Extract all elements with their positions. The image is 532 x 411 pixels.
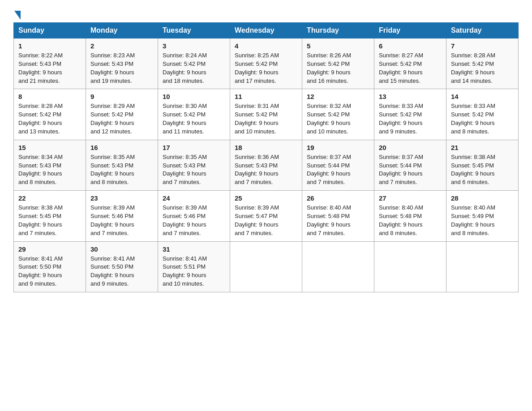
day-info: Sunrise: 8:41 AMSunset: 5:50 PMDaylight:…	[90, 255, 135, 287]
day-info: Sunrise: 8:40 AMSunset: 5:48 PMDaylight:…	[379, 204, 423, 236]
day-header-wednesday: Wednesday	[230, 23, 302, 39]
day-info: Sunrise: 8:22 AMSunset: 5:43 PMDaylight:…	[18, 52, 63, 84]
calendar-cell: 12Sunrise: 8:32 AMSunset: 5:42 PMDayligh…	[302, 89, 374, 140]
calendar-cell: 29Sunrise: 8:41 AMSunset: 5:50 PMDayligh…	[14, 241, 86, 292]
day-number: 19	[307, 144, 369, 151]
calendar-cell: 19Sunrise: 8:37 AMSunset: 5:44 PMDayligh…	[302, 140, 374, 190]
day-info: Sunrise: 8:31 AMSunset: 5:42 PMDaylight:…	[235, 103, 279, 135]
day-number: 14	[451, 93, 514, 100]
calendar-cell: 24Sunrise: 8:39 AMSunset: 5:46 PMDayligh…	[158, 191, 230, 241]
calendar-header-row: SundayMondayTuesdayWednesdayThursdayFrid…	[14, 23, 519, 39]
day-number: 26	[307, 194, 369, 202]
calendar-cell	[230, 241, 302, 292]
day-number: 11	[235, 93, 297, 100]
day-number: 31	[163, 245, 225, 253]
day-number: 23	[90, 194, 153, 202]
calendar-cell: 16Sunrise: 8:35 AMSunset: 5:43 PMDayligh…	[86, 140, 158, 190]
day-info: Sunrise: 8:37 AMSunset: 5:44 PMDaylight:…	[379, 154, 423, 186]
calendar-cell: 6Sunrise: 8:27 AMSunset: 5:42 PMDaylight…	[374, 39, 446, 89]
logo-triangle-icon	[14, 11, 21, 20]
calendar-cell: 23Sunrise: 8:39 AMSunset: 5:46 PMDayligh…	[86, 191, 158, 241]
calendar-week-row: 1Sunrise: 8:22 AMSunset: 5:43 PMDaylight…	[14, 39, 519, 89]
day-info: Sunrise: 8:26 AMSunset: 5:42 PMDaylight:…	[307, 52, 351, 84]
calendar-cell: 4Sunrise: 8:25 AMSunset: 5:42 PMDaylight…	[230, 39, 302, 89]
calendar-cell: 27Sunrise: 8:40 AMSunset: 5:48 PMDayligh…	[374, 191, 446, 241]
day-header-monday: Monday	[86, 23, 158, 39]
day-info: Sunrise: 8:41 AMSunset: 5:51 PMDaylight:…	[163, 255, 207, 287]
calendar-week-row: 29Sunrise: 8:41 AMSunset: 5:50 PMDayligh…	[14, 241, 519, 292]
day-info: Sunrise: 8:40 AMSunset: 5:49 PMDaylight:…	[451, 204, 495, 236]
day-number: 12	[307, 93, 369, 100]
calendar-cell: 22Sunrise: 8:38 AMSunset: 5:45 PMDayligh…	[14, 191, 86, 241]
calendar-cell: 28Sunrise: 8:40 AMSunset: 5:49 PMDayligh…	[446, 191, 519, 241]
header	[13, 9, 519, 18]
calendar-cell: 13Sunrise: 8:33 AMSunset: 5:42 PMDayligh…	[374, 89, 446, 140]
day-number: 8	[18, 93, 81, 100]
day-info: Sunrise: 8:38 AMSunset: 5:45 PMDaylight:…	[18, 204, 63, 236]
calendar-cell	[374, 241, 446, 292]
calendar-week-row: 22Sunrise: 8:38 AMSunset: 5:45 PMDayligh…	[14, 191, 519, 241]
day-number: 4	[235, 42, 297, 50]
calendar-cell: 20Sunrise: 8:37 AMSunset: 5:44 PMDayligh…	[374, 140, 446, 190]
day-number: 24	[163, 194, 225, 202]
day-number: 18	[235, 144, 297, 151]
day-number: 9	[90, 93, 153, 100]
day-info: Sunrise: 8:33 AMSunset: 5:42 PMDaylight:…	[451, 103, 495, 135]
day-info: Sunrise: 8:27 AMSunset: 5:42 PMDaylight:…	[379, 52, 423, 84]
day-header-tuesday: Tuesday	[158, 23, 230, 39]
day-number: 5	[307, 42, 369, 50]
day-header-sunday: Sunday	[14, 23, 86, 39]
calendar-week-row: 8Sunrise: 8:28 AMSunset: 5:42 PMDaylight…	[14, 89, 519, 140]
day-header-saturday: Saturday	[446, 23, 519, 39]
calendar-cell: 2Sunrise: 8:23 AMSunset: 5:43 PMDaylight…	[86, 39, 158, 89]
day-header-friday: Friday	[374, 23, 446, 39]
calendar-cell: 1Sunrise: 8:22 AMSunset: 5:43 PMDaylight…	[14, 39, 86, 89]
calendar-cell: 9Sunrise: 8:29 AMSunset: 5:42 PMDaylight…	[86, 89, 158, 140]
calendar-cell: 17Sunrise: 8:35 AMSunset: 5:43 PMDayligh…	[158, 140, 230, 190]
day-info: Sunrise: 8:32 AMSunset: 5:42 PMDaylight:…	[307, 103, 351, 135]
calendar-cell: 25Sunrise: 8:39 AMSunset: 5:47 PMDayligh…	[230, 191, 302, 241]
day-number: 25	[235, 194, 297, 202]
day-info: Sunrise: 8:28 AMSunset: 5:42 PMDaylight:…	[18, 103, 63, 135]
day-info: Sunrise: 8:30 AMSunset: 5:42 PMDaylight:…	[163, 103, 207, 135]
day-info: Sunrise: 8:39 AMSunset: 5:46 PMDaylight:…	[90, 204, 135, 236]
day-number: 1	[18, 42, 81, 50]
day-number: 28	[451, 194, 514, 202]
calendar-cell	[446, 241, 519, 292]
calendar-cell: 5Sunrise: 8:26 AMSunset: 5:42 PMDaylight…	[302, 39, 374, 89]
day-number: 30	[90, 245, 153, 253]
day-info: Sunrise: 8:33 AMSunset: 5:42 PMDaylight:…	[379, 103, 423, 135]
calendar-table: SundayMondayTuesdayWednesdayThursdayFrid…	[13, 22, 519, 292]
day-number: 10	[163, 93, 225, 100]
day-number: 20	[379, 144, 442, 151]
day-number: 13	[379, 93, 442, 100]
logo	[13, 9, 21, 18]
day-number: 29	[18, 245, 81, 253]
day-number: 27	[379, 194, 442, 202]
day-info: Sunrise: 8:24 AMSunset: 5:42 PMDaylight:…	[163, 52, 207, 84]
calendar-cell: 31Sunrise: 8:41 AMSunset: 5:51 PMDayligh…	[158, 241, 230, 292]
day-number: 6	[379, 42, 442, 50]
calendar-cell: 10Sunrise: 8:30 AMSunset: 5:42 PMDayligh…	[158, 89, 230, 140]
day-info: Sunrise: 8:41 AMSunset: 5:50 PMDaylight:…	[18, 255, 63, 287]
calendar-cell: 7Sunrise: 8:28 AMSunset: 5:42 PMDaylight…	[446, 39, 519, 89]
day-number: 21	[451, 144, 514, 151]
calendar-cell: 26Sunrise: 8:40 AMSunset: 5:48 PMDayligh…	[302, 191, 374, 241]
calendar-cell	[302, 241, 374, 292]
day-number: 2	[90, 42, 153, 50]
day-number: 16	[90, 144, 153, 151]
day-info: Sunrise: 8:36 AMSunset: 5:43 PMDaylight:…	[235, 154, 279, 186]
day-number: 3	[163, 42, 225, 50]
day-info: Sunrise: 8:23 AMSunset: 5:43 PMDaylight:…	[90, 52, 135, 84]
day-info: Sunrise: 8:35 AMSunset: 5:43 PMDaylight:…	[90, 154, 135, 186]
calendar-cell: 3Sunrise: 8:24 AMSunset: 5:42 PMDaylight…	[158, 39, 230, 89]
calendar-cell: 18Sunrise: 8:36 AMSunset: 5:43 PMDayligh…	[230, 140, 302, 190]
day-info: Sunrise: 8:34 AMSunset: 5:43 PMDaylight:…	[18, 154, 63, 186]
day-info: Sunrise: 8:39 AMSunset: 5:47 PMDaylight:…	[235, 204, 279, 236]
calendar-cell: 21Sunrise: 8:38 AMSunset: 5:45 PMDayligh…	[446, 140, 519, 190]
day-info: Sunrise: 8:35 AMSunset: 5:43 PMDaylight:…	[163, 154, 207, 186]
day-info: Sunrise: 8:40 AMSunset: 5:48 PMDaylight:…	[307, 204, 351, 236]
calendar-cell: 14Sunrise: 8:33 AMSunset: 5:42 PMDayligh…	[446, 89, 519, 140]
calendar-cell: 8Sunrise: 8:28 AMSunset: 5:42 PMDaylight…	[14, 89, 86, 140]
calendar-cell: 15Sunrise: 8:34 AMSunset: 5:43 PMDayligh…	[14, 140, 86, 190]
